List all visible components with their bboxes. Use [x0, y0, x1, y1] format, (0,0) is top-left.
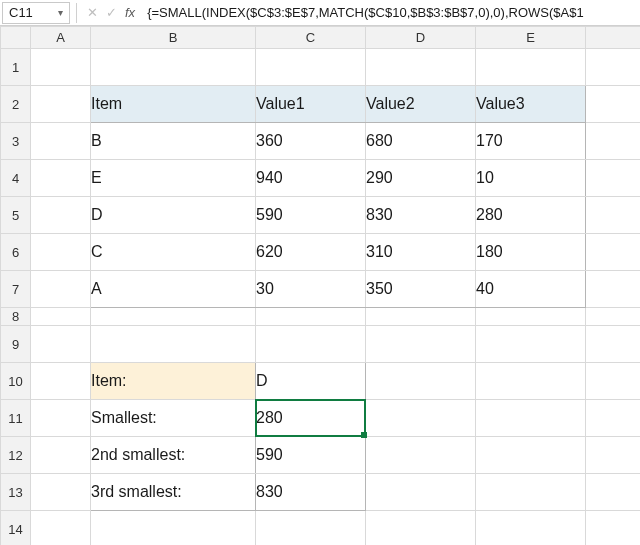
- table-row[interactable]: 290: [366, 160, 476, 197]
- cell-B1[interactable]: [91, 49, 256, 86]
- row-head-1[interactable]: 1: [1, 49, 31, 86]
- row-head-6[interactable]: 6: [1, 234, 31, 271]
- table-row[interactable]: 680: [366, 123, 476, 160]
- table-row[interactable]: 620: [256, 234, 366, 271]
- cell-A7[interactable]: [31, 271, 91, 308]
- cell-D10[interactable]: [366, 363, 476, 400]
- cell-pad8[interactable]: [586, 308, 641, 326]
- header-item[interactable]: Item: [91, 86, 256, 123]
- cell-A12[interactable]: [31, 437, 91, 474]
- header-value2[interactable]: Value2: [366, 86, 476, 123]
- lookup-item-value[interactable]: D: [256, 363, 366, 400]
- lookup-label-2nd[interactable]: 2nd smallest:: [91, 437, 256, 474]
- row-head-9[interactable]: 9: [1, 326, 31, 363]
- cell-A5[interactable]: [31, 197, 91, 234]
- cell-A2[interactable]: [31, 86, 91, 123]
- cell-C14[interactable]: [256, 511, 366, 546]
- cell-C1[interactable]: [256, 49, 366, 86]
- lookup-value-2nd[interactable]: 590: [256, 437, 366, 474]
- cell-A1[interactable]: [31, 49, 91, 86]
- cell-B8[interactable]: [91, 308, 256, 326]
- col-head-pad[interactable]: [586, 27, 641, 49]
- cell-E1[interactable]: [476, 49, 586, 86]
- cell-D8[interactable]: [366, 308, 476, 326]
- cell-pad13[interactable]: [586, 474, 641, 511]
- cell-pad12[interactable]: [586, 437, 641, 474]
- cell-C8[interactable]: [256, 308, 366, 326]
- row-head-14[interactable]: 14: [1, 511, 31, 546]
- cell-E8[interactable]: [476, 308, 586, 326]
- table-row[interactable]: 360: [256, 123, 366, 160]
- cell-D9[interactable]: [366, 326, 476, 363]
- cell-E12[interactable]: [476, 437, 586, 474]
- table-row[interactable]: A: [91, 271, 256, 308]
- table-row[interactable]: 830: [366, 197, 476, 234]
- col-head-A[interactable]: A: [31, 27, 91, 49]
- cell-pad9[interactable]: [586, 326, 641, 363]
- cell-A13[interactable]: [31, 474, 91, 511]
- lookup-value-3rd[interactable]: 830: [256, 474, 366, 511]
- cell-A4[interactable]: [31, 160, 91, 197]
- cell-pad2[interactable]: [586, 86, 641, 123]
- table-row[interactable]: 280: [476, 197, 586, 234]
- row-head-7[interactable]: 7: [1, 271, 31, 308]
- col-head-B[interactable]: B: [91, 27, 256, 49]
- enter-icon[interactable]: ✓: [106, 5, 117, 20]
- cell-E11[interactable]: [476, 400, 586, 437]
- table-row[interactable]: 180: [476, 234, 586, 271]
- cell-D13[interactable]: [366, 474, 476, 511]
- row-head-12[interactable]: 12: [1, 437, 31, 474]
- cell-A3[interactable]: [31, 123, 91, 160]
- table-row[interactable]: 590: [256, 197, 366, 234]
- table-row[interactable]: 10: [476, 160, 586, 197]
- cell-B14[interactable]: [91, 511, 256, 546]
- select-all-corner[interactable]: [1, 27, 31, 49]
- cell-C11[interactable]: 280: [256, 400, 366, 437]
- cell-A6[interactable]: [31, 234, 91, 271]
- cell-E13[interactable]: [476, 474, 586, 511]
- cell-D11[interactable]: [366, 400, 476, 437]
- cell-B9[interactable]: [91, 326, 256, 363]
- cancel-icon[interactable]: ✕: [87, 5, 98, 20]
- cell-pad5[interactable]: [586, 197, 641, 234]
- cell-pad14[interactable]: [586, 511, 641, 546]
- row-head-5[interactable]: 5: [1, 197, 31, 234]
- row-head-13[interactable]: 13: [1, 474, 31, 511]
- cell-pad4[interactable]: [586, 160, 641, 197]
- cell-pad7[interactable]: [586, 271, 641, 308]
- row-head-2[interactable]: 2: [1, 86, 31, 123]
- formula-input[interactable]: {=SMALL(INDEX($C$3:$E$7,MATCH($C$10,$B$3…: [141, 5, 640, 20]
- cell-C9[interactable]: [256, 326, 366, 363]
- cell-E9[interactable]: [476, 326, 586, 363]
- row-head-8[interactable]: 8: [1, 308, 31, 326]
- col-head-D[interactable]: D: [366, 27, 476, 49]
- cell-A8[interactable]: [31, 308, 91, 326]
- cell-E10[interactable]: [476, 363, 586, 400]
- cell-A11[interactable]: [31, 400, 91, 437]
- table-row[interactable]: C: [91, 234, 256, 271]
- cell-A14[interactable]: [31, 511, 91, 546]
- table-row[interactable]: 310: [366, 234, 476, 271]
- cell-pad3[interactable]: [586, 123, 641, 160]
- header-value1[interactable]: Value1: [256, 86, 366, 123]
- table-row[interactable]: 30: [256, 271, 366, 308]
- table-row[interactable]: 40: [476, 271, 586, 308]
- row-head-10[interactable]: 10: [1, 363, 31, 400]
- table-row[interactable]: B: [91, 123, 256, 160]
- lookup-label-smallest[interactable]: Smallest:: [91, 400, 256, 437]
- cell-pad6[interactable]: [586, 234, 641, 271]
- cell-D14[interactable]: [366, 511, 476, 546]
- cell-A10[interactable]: [31, 363, 91, 400]
- cell-D1[interactable]: [366, 49, 476, 86]
- chevron-down-icon[interactable]: ▾: [58, 7, 63, 18]
- header-value3[interactable]: Value3: [476, 86, 586, 123]
- cell-pad11[interactable]: [586, 400, 641, 437]
- cell-E14[interactable]: [476, 511, 586, 546]
- col-head-E[interactable]: E: [476, 27, 586, 49]
- spreadsheet-grid[interactable]: A B C D E 1 2 Item Value1 Value2 Value3 …: [0, 26, 640, 545]
- cell-D12[interactable]: [366, 437, 476, 474]
- cell-A9[interactable]: [31, 326, 91, 363]
- row-head-3[interactable]: 3: [1, 123, 31, 160]
- table-row[interactable]: 940: [256, 160, 366, 197]
- col-head-C[interactable]: C: [256, 27, 366, 49]
